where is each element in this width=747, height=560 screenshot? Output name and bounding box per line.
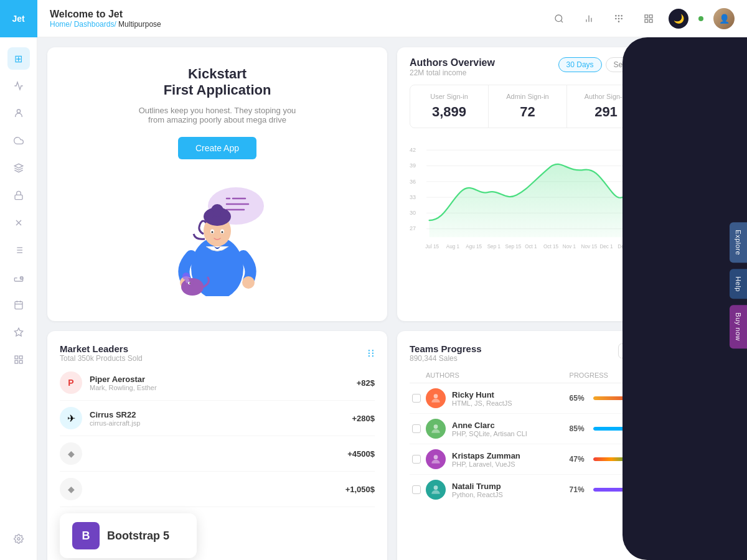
app-logo[interactable]: Jet	[0, 0, 37, 37]
svg-text:30: 30	[410, 210, 416, 216]
svg-text:27: 27	[410, 225, 416, 231]
kickstart-card: Kickstart First Application Outlines kee…	[47, 47, 387, 321]
svg-text:Jul 15: Jul 15	[425, 244, 439, 250]
grid-view-icon[interactable]	[639, 9, 659, 29]
svg-point-51	[220, 210, 229, 218]
svg-text:Sep 15: Sep 15	[505, 244, 522, 250]
stat-admin-signin: Admin Sign-in 72	[489, 85, 567, 128]
header: Welcome to Jet Home/ Dashboards/ Multipu…	[37, 0, 747, 37]
cirrus-name: Cirrus SR22	[90, 410, 140, 419]
svg-text:Sep 1: Sep 1	[487, 244, 501, 250]
filter-30days[interactable]: 30 Days	[558, 57, 602, 72]
author-skills: Python, ReactJS	[452, 491, 503, 498]
online-indicator	[698, 16, 703, 21]
svg-point-31	[616, 18, 616, 19]
author-name: Ricky Hunt	[452, 390, 512, 399]
market-item-4: ◆ +1,050$	[60, 472, 375, 507]
header-actions: 🌙 👤	[549, 8, 735, 29]
svg-rect-11	[15, 302, 22, 309]
sidebar-item-inbox[interactable]	[7, 266, 30, 289]
market-title: Market Leaders	[60, 343, 143, 354]
page-title: Welcome to Jet	[50, 9, 161, 20]
dark-panel	[622, 37, 747, 560]
help-button[interactable]: Help	[730, 269, 747, 299]
sidebar-item-list[interactable]	[7, 239, 30, 261]
svg-point-29	[621, 18, 622, 19]
svg-point-93	[434, 455, 438, 459]
piper-sub: Mark, Rowling, Esther	[90, 384, 157, 391]
svg-rect-18	[15, 360, 18, 363]
bootstrap-area: B Bootstrap 5	[60, 513, 375, 560]
stat-user-value: 3,899	[420, 104, 478, 120]
sidebar-item-grid[interactable]: ⊞	[7, 47, 30, 70]
row-checkbox[interactable]	[412, 394, 421, 403]
svg-rect-2	[15, 195, 22, 199]
adjust-icon[interactable]	[609, 9, 629, 29]
svg-rect-34	[649, 19, 652, 22]
svg-point-54	[212, 231, 214, 233]
svg-rect-17	[19, 360, 22, 363]
sidebar-item-calendar[interactable]	[7, 294, 30, 316]
market-item-piper: P Piper Aerostar Mark, Rowling, Esther +…	[60, 365, 375, 401]
breadcrumb: Home/ Dashboards/ Multipurpose	[50, 20, 161, 29]
bootstrap-label: Bootstrap 5	[107, 530, 169, 543]
svg-point-60	[189, 282, 190, 284]
stats-icon[interactable]	[579, 9, 599, 29]
create-app-button[interactable]: Create App	[178, 137, 256, 159]
buy-now-button[interactable]: Buy now	[730, 306, 747, 349]
svg-text:33: 33	[410, 194, 416, 200]
kickstart-title: Kickstart First Application	[164, 66, 271, 98]
svg-point-44	[242, 276, 255, 289]
market3-icon: ◆	[60, 442, 82, 465]
market-leaders-card: Market Leaders Total 350k Products Sold …	[47, 331, 387, 560]
author-skills: PHP, Laravel, VueJS	[452, 460, 520, 468]
market-more-icon[interactable]: ⁝⁝	[367, 347, 375, 360]
author-info: Natali Trump Python, ReactJS	[426, 480, 565, 500]
sidebar-bottom	[7, 528, 30, 560]
stat-admin-value: 72	[499, 104, 557, 120]
sidebar-item-components[interactable]	[7, 321, 30, 343]
svg-text:39: 39	[410, 162, 416, 169]
explore-button[interactable]: Explore	[730, 222, 747, 263]
svg-point-28	[621, 15, 622, 16]
authors-subtitle: 22M total income	[410, 68, 495, 77]
svg-point-30	[616, 15, 616, 16]
sidebar-item-layout[interactable]	[7, 348, 30, 371]
progress-pct: 47%	[570, 455, 588, 464]
sidebar-item-analytics[interactable]	[7, 75, 30, 97]
search-icon[interactable]	[549, 9, 569, 29]
author-info: Ricky Hunt HTML, JS, ReactJS	[426, 388, 565, 408]
row-checkbox[interactable]	[412, 455, 421, 464]
sidebar-item-settings[interactable]	[7, 528, 30, 550]
sidebar-item-lock[interactable]	[7, 184, 30, 207]
author-avatar	[426, 419, 446, 439]
svg-point-94	[434, 485, 438, 490]
svg-point-27	[618, 21, 619, 22]
header-title-area: Welcome to Jet Home/ Dashboards/ Multipu…	[50, 9, 161, 29]
bootstrap-icon: B	[72, 522, 100, 549]
svg-point-0	[17, 110, 20, 113]
avatar[interactable]: 👤	[713, 8, 735, 29]
piper-icon: P	[60, 371, 82, 394]
svg-text:Agu 15: Agu 15	[466, 244, 482, 250]
dark-mode-icon[interactable]: 🌙	[669, 9, 688, 29]
sidebar-item-user[interactable]	[7, 102, 30, 124]
kickstart-illustration	[155, 172, 280, 296]
progress-pct: 85%	[570, 424, 588, 433]
svg-point-26	[618, 18, 619, 19]
sidebar-item-layers[interactable]	[7, 157, 30, 179]
piper-name: Piper Aerostar	[90, 375, 157, 384]
market4-value: +1,050$	[345, 485, 375, 494]
svg-text:Oct 1: Oct 1	[525, 244, 537, 250]
sidebar-item-cloud[interactable]	[7, 129, 30, 152]
progress-pct: 65%	[570, 394, 588, 403]
row-checkbox[interactable]	[412, 485, 421, 494]
author-info: Kristaps Zumman PHP, Laravel, VueJS	[426, 449, 565, 469]
cirrus-sub: cirrus-aircraft.jsp	[90, 419, 140, 427]
author-avatar	[426, 480, 446, 500]
svg-point-20	[555, 15, 562, 22]
row-checkbox[interactable]	[412, 424, 421, 433]
cirrus-icon: ✈	[60, 407, 82, 429]
sidebar-item-close[interactable]	[7, 212, 30, 234]
svg-rect-16	[19, 356, 22, 359]
